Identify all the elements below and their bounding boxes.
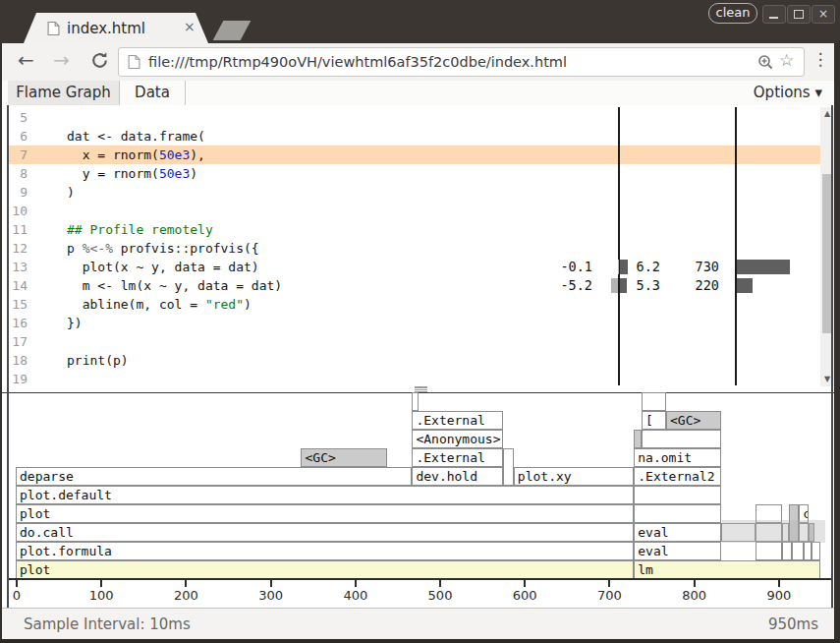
code-text: m <- lm(x ~ y, data = dat) xyxy=(67,276,282,295)
tab-close-icon[interactable]: × xyxy=(184,19,196,34)
clean-button[interactable]: clean xyxy=(708,3,757,24)
mem-dealloc-value: -0.1 xyxy=(532,258,592,276)
maximize-button[interactable] xyxy=(787,5,811,24)
flame-cell[interactable]: <GC> xyxy=(301,448,386,467)
time-value: 730 xyxy=(669,258,719,276)
title-bar: index.html × clean × xyxy=(0,0,840,43)
flame-cell[interactable]: .External xyxy=(412,411,502,430)
time-value: 220 xyxy=(669,276,719,295)
url-text: file:///tmp/Rtmp490oVH/viewhtml6af35f2c0… xyxy=(148,54,567,70)
code-line[interactable]: 5 xyxy=(8,108,820,127)
axis-tick xyxy=(524,580,526,587)
flame-cell[interactable]: plot xyxy=(16,560,634,579)
axis-tick-label: 300 xyxy=(258,588,283,603)
flame-cell[interactable]: plot.default xyxy=(16,486,634,504)
code-line[interactable]: 10 xyxy=(8,202,820,220)
time-bar xyxy=(737,278,753,293)
code-text: abline(m, col = "red") xyxy=(67,295,252,314)
flame-cell[interactable]: dev.hold xyxy=(412,467,502,486)
code-text: p %<-% profvis::profvis({ xyxy=(67,239,259,258)
flame-cell[interactable] xyxy=(782,542,792,560)
flame-cell[interactable]: <Anonymous> xyxy=(412,430,502,448)
viewer-tab-strip: Flame Graph Data Options ▾ xyxy=(2,81,837,106)
flame-cell[interactable]: plot.xy xyxy=(514,467,634,486)
flame-cell[interactable]: plot xyxy=(16,504,634,523)
code-line[interactable]: 15 abline(m, col = "red") xyxy=(8,295,820,314)
code-line[interactable]: 7 x = rnorm(50e3), xyxy=(8,146,820,164)
code-text: print(p) xyxy=(67,351,129,370)
bookmark-star-icon[interactable]: ☆ xyxy=(779,50,794,70)
url-bar[interactable]: file:///tmp/Rtmp490oVH/viewhtml6af35f2c0… xyxy=(118,47,805,77)
flame-cell[interactable] xyxy=(792,542,803,560)
flame-cell[interactable] xyxy=(642,430,721,448)
flame-cell[interactable] xyxy=(634,504,721,523)
code-text: plot(x ~ y, data = dat) xyxy=(67,258,259,276)
zoom-icon[interactable] xyxy=(757,54,774,75)
code-text: dat <- data.frame( xyxy=(67,127,205,146)
axis-tick-label: 900 xyxy=(766,588,791,603)
tab-flame-graph[interactable]: Flame Graph xyxy=(8,81,120,105)
axis-tick xyxy=(16,580,18,587)
axis-tick-label: 100 xyxy=(89,588,114,603)
axis-tick-label: 400 xyxy=(343,588,367,603)
window-close-button[interactable]: × xyxy=(812,5,835,24)
flame-cell[interactable] xyxy=(503,448,514,486)
flame-cell[interactable]: lm xyxy=(634,560,820,579)
window-left-border xyxy=(0,43,2,643)
browser-menu-icon[interactable]: ⋮ xyxy=(812,49,829,69)
refresh-button[interactable] xyxy=(90,51,109,75)
axis-tick xyxy=(185,580,187,587)
line-number: 9 xyxy=(10,183,28,202)
flame-cell[interactable] xyxy=(756,542,783,560)
code-text: ## Profile remotely xyxy=(67,220,213,239)
code-line[interactable]: 11## Profile remotely xyxy=(8,220,820,239)
hover-overlay xyxy=(722,520,825,543)
flame-cell[interactable] xyxy=(812,542,820,560)
new-tab-button[interactable] xyxy=(213,21,252,40)
axis-tick xyxy=(270,580,272,587)
axis-tick xyxy=(355,580,357,587)
flame-cell[interactable]: deparse xyxy=(16,467,412,486)
flame-cell[interactable]: eval xyxy=(634,523,721,542)
axis-tick-label: 200 xyxy=(174,588,198,603)
flame-cell[interactable]: .External2 xyxy=(634,467,721,486)
content-left-border xyxy=(7,105,9,608)
maximize-icon xyxy=(794,10,804,19)
flame-cell[interactable] xyxy=(634,486,721,504)
axis-tick-label: 800 xyxy=(682,588,706,603)
flame-cell[interactable]: <GC> xyxy=(666,411,721,430)
browser-tab[interactable]: index.html × xyxy=(24,13,208,43)
code-line[interactable]: 16}) xyxy=(8,314,820,332)
navigation-bar: ← → file:///tmp/Rtmp490oVH/viewhtml6af35… xyxy=(2,43,837,82)
flame-cell[interactable]: [ xyxy=(642,411,666,430)
tab-data[interactable]: Data xyxy=(120,81,186,105)
flame-cell[interactable] xyxy=(804,542,812,560)
back-button[interactable]: ← xyxy=(18,48,34,72)
flame-cell[interactable]: eval xyxy=(634,542,721,560)
minimize-button[interactable] xyxy=(762,5,786,24)
code-line[interactable]: 17 xyxy=(8,332,820,351)
code-line[interactable]: 12p %<-% profvis::profvis({ xyxy=(8,239,820,258)
flame-cell[interactable]: .External xyxy=(412,448,502,467)
code-line[interactable]: 9) xyxy=(8,183,820,202)
flame-cell[interactable] xyxy=(412,392,419,411)
flame-cell[interactable] xyxy=(634,430,642,448)
axis-tick xyxy=(100,580,102,587)
mem-dealloc-bar xyxy=(611,278,618,293)
flame-cell[interactable] xyxy=(642,392,666,411)
flame-cell[interactable]: na.omit xyxy=(634,448,721,467)
code-line[interactable]: 6dat <- data.frame( xyxy=(8,127,820,146)
line-number: 11 xyxy=(10,220,28,239)
axis-tick xyxy=(778,580,780,587)
code-line[interactable]: 18print(p) xyxy=(8,351,820,370)
line-number: 18 xyxy=(10,351,28,370)
window-close-icon: × xyxy=(812,6,834,22)
code-line[interactable]: 8 y = rnorm(50e3) xyxy=(8,164,820,183)
flame-cell[interactable]: do.call xyxy=(16,523,634,542)
flame-cell[interactable]: plot.formula xyxy=(16,542,634,560)
forward-button[interactable]: → xyxy=(53,48,70,72)
line-number: 16 xyxy=(10,314,28,332)
options-button[interactable]: Options ▾ xyxy=(734,81,822,105)
page-favicon-icon xyxy=(47,21,60,40)
tab-title: index.html xyxy=(67,20,145,37)
